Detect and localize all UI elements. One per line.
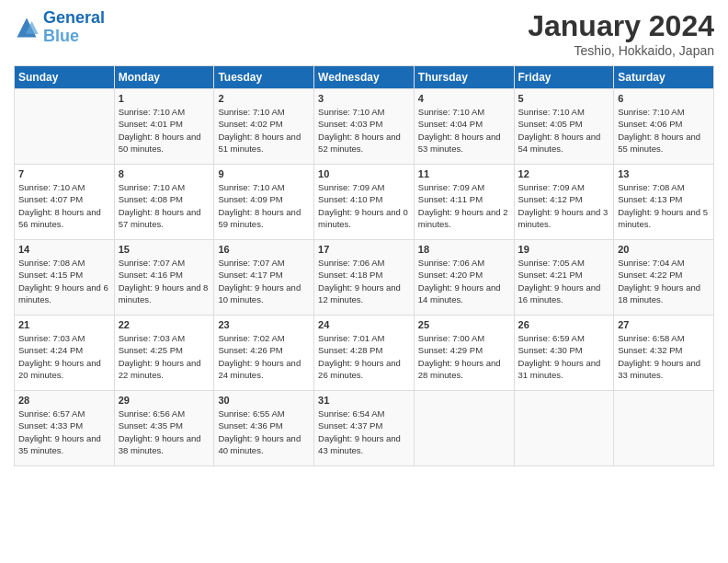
day-info: Sunrise: 7:09 AM Sunset: 4:11 PM Dayligh… <box>418 181 510 230</box>
col-header-sunday: Sunday <box>15 66 115 89</box>
daylight-text: Daylight: 8 hours and 56 minutes. <box>18 207 101 229</box>
header-row: SundayMondayTuesdayWednesdayThursdayFrid… <box>15 66 714 89</box>
sunset-text: Sunset: 4:36 PM <box>218 420 282 431</box>
sunrise-text: Sunrise: 7:10 AM <box>18 182 85 192</box>
col-header-saturday: Saturday <box>614 66 714 89</box>
sunrise-text: Sunrise: 6:56 AM <box>119 408 185 419</box>
sunset-text: Sunset: 4:28 PM <box>318 345 382 355</box>
calendar-cell: 17 Sunrise: 7:06 AM Sunset: 4:18 PM Dayl… <box>314 240 415 316</box>
day-info: Sunrise: 7:09 AM Sunset: 4:12 PM Dayligh… <box>518 181 610 230</box>
month-title: January 2024 <box>528 9 714 43</box>
day-number: 8 <box>119 168 210 179</box>
day-number: 31 <box>318 395 410 406</box>
calendar-cell <box>15 89 115 165</box>
day-info: Sunrise: 7:10 AM Sunset: 4:06 PM Dayligh… <box>618 106 710 155</box>
sunrise-text: Sunrise: 7:03 AM <box>18 333 85 343</box>
calendar-cell: 13 Sunrise: 7:08 AM Sunset: 4:13 PM Dayl… <box>614 165 714 240</box>
col-header-monday: Monday <box>114 66 214 89</box>
day-number: 3 <box>318 93 410 104</box>
day-number: 26 <box>518 319 610 330</box>
day-info: Sunrise: 6:59 AM Sunset: 4:30 PM Dayligh… <box>518 332 610 381</box>
sunrise-text: Sunrise: 7:04 AM <box>618 258 684 268</box>
logo-general: General <box>43 8 105 27</box>
calendar-cell: 30 Sunrise: 6:55 AM Sunset: 4:36 PM Dayl… <box>214 391 314 466</box>
sunset-text: Sunset: 4:21 PM <box>518 270 583 280</box>
sunrise-text: Sunrise: 7:01 AM <box>318 333 384 343</box>
day-number: 28 <box>18 395 110 406</box>
logo-icon <box>14 15 40 40</box>
day-info: Sunrise: 7:10 AM Sunset: 4:05 PM Dayligh… <box>518 106 610 155</box>
daylight-text: Daylight: 9 hours and 3 minutes. <box>518 207 609 229</box>
daylight-text: Daylight: 9 hours and 38 minutes. <box>119 433 201 455</box>
sunrise-text: Sunrise: 7:10 AM <box>218 182 284 192</box>
sunrise-text: Sunrise: 7:10 AM <box>618 107 684 117</box>
calendar-cell: 29 Sunrise: 6:56 AM Sunset: 4:35 PM Dayl… <box>114 391 214 466</box>
day-info: Sunrise: 7:10 AM Sunset: 4:08 PM Dayligh… <box>119 181 210 230</box>
sunset-text: Sunset: 4:16 PM <box>119 270 183 280</box>
col-header-tuesday: Tuesday <box>214 66 314 89</box>
sunrise-text: Sunrise: 7:09 AM <box>518 182 585 192</box>
day-number: 6 <box>618 93 710 104</box>
day-number: 1 <box>119 93 210 104</box>
sunrise-text: Sunrise: 7:07 AM <box>218 258 284 268</box>
day-number: 12 <box>518 168 610 179</box>
day-info: Sunrise: 7:09 AM Sunset: 4:10 PM Dayligh… <box>318 181 410 230</box>
daylight-text: Daylight: 8 hours and 59 minutes. <box>218 207 301 229</box>
calendar-cell: 20 Sunrise: 7:04 AM Sunset: 4:22 PM Dayl… <box>614 240 714 316</box>
calendar-cell: 26 Sunrise: 6:59 AM Sunset: 4:30 PM Dayl… <box>514 316 614 391</box>
day-info: Sunrise: 7:08 AM Sunset: 4:15 PM Dayligh… <box>18 257 110 305</box>
day-number: 5 <box>518 93 610 104</box>
sunrise-text: Sunrise: 6:58 AM <box>618 333 684 343</box>
calendar-cell: 2 Sunrise: 7:10 AM Sunset: 4:02 PM Dayli… <box>214 89 314 165</box>
day-number: 2 <box>218 93 310 104</box>
sunrise-text: Sunrise: 7:10 AM <box>418 107 484 117</box>
sunset-text: Sunset: 4:09 PM <box>218 194 282 204</box>
day-number: 14 <box>18 244 110 255</box>
calendar-cell: 19 Sunrise: 7:05 AM Sunset: 4:21 PM Dayl… <box>514 240 614 316</box>
sunrise-text: Sunrise: 7:10 AM <box>518 107 585 117</box>
daylight-text: Daylight: 8 hours and 53 minutes. <box>418 132 501 154</box>
day-number: 20 <box>618 244 710 255</box>
calendar-cell: 18 Sunrise: 7:06 AM Sunset: 4:20 PM Dayl… <box>414 240 514 316</box>
calendar-cell: 3 Sunrise: 7:10 AM Sunset: 4:03 PM Dayli… <box>314 89 415 165</box>
sunrise-text: Sunrise: 7:00 AM <box>418 333 484 343</box>
daylight-text: Daylight: 9 hours and 35 minutes. <box>18 433 101 455</box>
sunrise-text: Sunrise: 7:06 AM <box>318 258 384 268</box>
sunset-text: Sunset: 4:29 PM <box>418 345 483 355</box>
sunrise-text: Sunrise: 7:10 AM <box>119 107 185 117</box>
day-number: 30 <box>218 395 310 406</box>
title-area: January 2024 Teshio, Hokkaido, Japan <box>528 9 714 58</box>
day-info: Sunrise: 7:01 AM Sunset: 4:28 PM Dayligh… <box>318 332 410 381</box>
sunrise-text: Sunrise: 7:03 AM <box>119 333 185 343</box>
day-info: Sunrise: 7:03 AM Sunset: 4:24 PM Dayligh… <box>18 332 110 381</box>
sunrise-text: Sunrise: 7:08 AM <box>18 258 85 268</box>
daylight-text: Daylight: 9 hours and 12 minutes. <box>318 282 401 304</box>
day-number: 16 <box>218 244 310 255</box>
daylight-text: Daylight: 9 hours and 6 minutes. <box>18 282 108 304</box>
calendar-cell: 23 Sunrise: 7:02 AM Sunset: 4:26 PM Dayl… <box>214 316 314 391</box>
sunrise-text: Sunrise: 6:55 AM <box>218 408 284 419</box>
col-header-friday: Friday <box>514 66 614 89</box>
calendar-container: General Blue January 2024 Teshio, Hokkai… <box>0 0 728 476</box>
logo: General Blue <box>14 9 105 46</box>
sunset-text: Sunset: 4:04 PM <box>418 119 483 129</box>
sunrise-text: Sunrise: 7:09 AM <box>318 182 384 192</box>
daylight-text: Daylight: 8 hours and 57 minutes. <box>119 207 201 229</box>
sunset-text: Sunset: 4:33 PM <box>18 420 83 431</box>
calendar-cell: 1 Sunrise: 7:10 AM Sunset: 4:01 PM Dayli… <box>114 89 214 165</box>
day-info: Sunrise: 7:07 AM Sunset: 4:16 PM Dayligh… <box>119 257 210 305</box>
sunset-text: Sunset: 4:12 PM <box>518 194 583 204</box>
sunrise-text: Sunrise: 7:06 AM <box>418 258 484 268</box>
calendar-cell: 21 Sunrise: 7:03 AM Sunset: 4:24 PM Dayl… <box>15 316 115 391</box>
day-info: Sunrise: 7:10 AM Sunset: 4:03 PM Dayligh… <box>318 106 410 155</box>
sunset-text: Sunset: 4:25 PM <box>119 345 183 355</box>
calendar-cell: 6 Sunrise: 7:10 AM Sunset: 4:06 PM Dayli… <box>614 89 714 165</box>
sunset-text: Sunset: 4:02 PM <box>218 119 282 129</box>
day-number: 19 <box>518 244 610 255</box>
day-number: 13 <box>618 168 710 179</box>
sunrise-text: Sunrise: 7:08 AM <box>618 182 684 192</box>
sunset-text: Sunset: 4:32 PM <box>618 345 682 355</box>
sunset-text: Sunset: 4:06 PM <box>618 119 682 129</box>
daylight-text: Daylight: 8 hours and 54 minutes. <box>518 132 601 154</box>
sunrise-text: Sunrise: 7:02 AM <box>218 333 284 343</box>
